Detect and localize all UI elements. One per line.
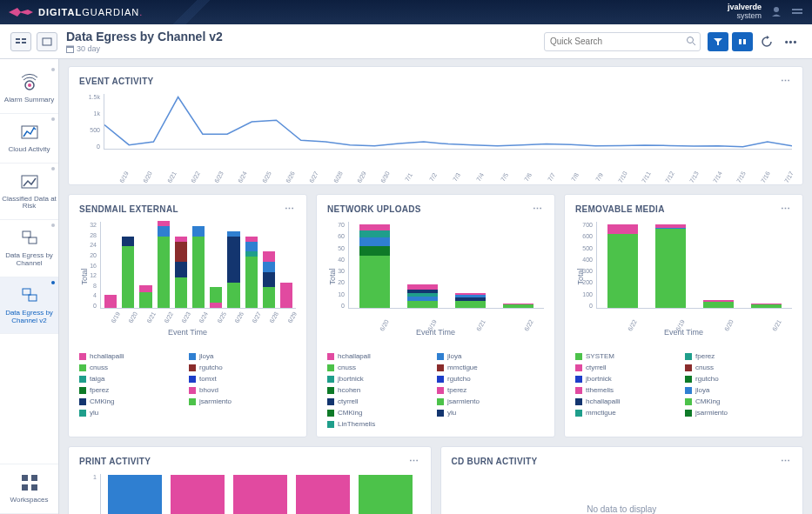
view-toggle-2[interactable]: [37, 32, 57, 51]
sidebar-item-classified-data[interactable]: Classified Data at Risk: [0, 164, 58, 221]
bar[interactable]: [296, 475, 350, 514]
search-input[interactable]: [544, 32, 701, 51]
legend-item[interactable]: tperez: [437, 386, 534, 394]
bar-column[interactable]: [122, 237, 134, 308]
bar-column[interactable]: [455, 293, 486, 308]
svg-line-11: [693, 43, 695, 45]
legend-item[interactable]: hchallapalli: [575, 397, 673, 405]
bar[interactable]: [359, 475, 413, 514]
sidebar-item-cloud-activity[interactable]: Cloud Activity: [0, 114, 58, 164]
legend-item[interactable]: SYSTEM: [575, 352, 673, 360]
card-more-menu[interactable]: ⋯: [285, 204, 296, 215]
bar-column[interactable]: [192, 226, 205, 308]
legend-item[interactable]: CMKing: [685, 397, 782, 405]
legend-item[interactable]: rgutcho: [437, 375, 534, 383]
legend-item[interactable]: ctyrrell: [575, 364, 673, 371]
brand-wing-icon: [9, 8, 33, 17]
brand-logo: DIGITALGUARDIAN.: [38, 7, 143, 17]
legend-item[interactable]: fperez: [685, 352, 782, 360]
legend-item[interactable]: mmctigue: [437, 364, 534, 371]
sidebar-item-alarm-summary[interactable]: Alarm Summary: [0, 64, 58, 114]
legend-item[interactable]: jbortnick: [327, 375, 425, 383]
bar-column[interactable]: [280, 283, 292, 308]
legend-item[interactable]: jsarmiento: [685, 409, 782, 417]
card-network-uploads: NETWORK UPLOADS ⋯ Total 706050403020100 …: [316, 194, 555, 437]
legend-item[interactable]: ylu: [79, 409, 177, 417]
bar-column[interactable]: [158, 221, 170, 308]
legend-item[interactable]: jloya: [437, 352, 534, 360]
legend-item[interactable]: jloya: [189, 352, 286, 360]
risk-chart-icon: [18, 170, 41, 193]
bar-column[interactable]: [655, 224, 686, 308]
view-toggle-1[interactable]: [10, 32, 31, 51]
bar-column[interactable]: [175, 237, 187, 308]
card-more-menu[interactable]: ⋯: [409, 456, 420, 467]
svg-rect-6: [22, 42, 26, 43]
apps-menu-icon[interactable]: [791, 5, 803, 19]
legend-item[interactable]: rgutcho: [189, 364, 286, 371]
bar-column[interactable]: [607, 224, 638, 308]
legend-item[interactable]: ylu: [437, 409, 534, 417]
legend-item[interactable]: CMKing: [79, 397, 177, 405]
legend-item[interactable]: LinThemelis: [327, 420, 425, 428]
search-icon: [686, 36, 696, 46]
svg-rect-5: [16, 42, 20, 43]
svg-rect-19: [29, 237, 37, 244]
bar-column[interactable]: [751, 304, 782, 308]
svg-rect-25: [31, 484, 37, 491]
legend-item[interactable]: ctyrrell: [327, 397, 425, 405]
card-title: EVENT ACTIVITY: [79, 77, 154, 86]
user-menu[interactable]: jvalverde system: [728, 3, 762, 21]
card-sendmail-external: SENDMAIL EXTERNAL ⋯ Total 32282420161284…: [68, 194, 307, 437]
legend-item[interactable]: cnuss: [327, 364, 425, 371]
egress-icon: [18, 227, 41, 250]
sidebar-workspaces[interactable]: Workspaces: [0, 464, 58, 514]
bar-column[interactable]: [227, 231, 239, 308]
more-menu[interactable]: •••: [781, 32, 802, 51]
legend-item[interactable]: mmctigue: [575, 409, 673, 417]
card-more-menu[interactable]: ⋯: [533, 204, 544, 215]
bar[interactable]: [233, 475, 287, 514]
filter-button[interactable]: [708, 32, 728, 51]
bar-column[interactable]: [703, 300, 734, 308]
legend-item[interactable]: fperez: [79, 386, 177, 394]
bar-column[interactable]: [245, 237, 258, 308]
bar-column[interactable]: [139, 285, 151, 308]
legend-item[interactable]: tthemelis: [575, 386, 673, 394]
bar-column[interactable]: [104, 295, 117, 308]
legend-item[interactable]: jsarmiento: [189, 397, 286, 405]
user-avatar-icon[interactable]: [770, 5, 782, 19]
legend-item[interactable]: tomxt: [189, 375, 286, 383]
card-removable-media: REMOVABLE MEDIA ⋯ Total 7006005004003002…: [564, 194, 803, 437]
empty-state: No data to display: [452, 474, 793, 514]
bar-column[interactable]: [503, 304, 534, 308]
card-more-menu[interactable]: ⋯: [781, 456, 792, 467]
bar-column[interactable]: [407, 284, 438, 308]
workspaces-icon: [20, 471, 39, 494]
legend-item[interactable]: jbortnick: [575, 375, 673, 383]
bar[interactable]: [108, 475, 162, 514]
legend-item[interactable]: jloya: [685, 386, 782, 394]
legend-item[interactable]: bhovd: [189, 386, 286, 394]
card-more-menu[interactable]: ⋯: [781, 204, 792, 215]
legend-item[interactable]: hchallapalli: [79, 352, 177, 360]
legend-item[interactable]: jsarmiento: [437, 397, 534, 405]
legend-item[interactable]: hchallapall: [327, 352, 425, 360]
bar-column[interactable]: [210, 287, 222, 308]
legend-item[interactable]: taiga: [79, 375, 177, 383]
legend-item[interactable]: cnuss: [79, 364, 177, 371]
legend-item[interactable]: cnuss: [685, 364, 782, 371]
refresh-button[interactable]: [756, 32, 777, 51]
card-more-menu[interactable]: ⋯: [781, 76, 792, 87]
legend-item[interactable]: hcohen: [327, 386, 425, 394]
sidebar-item-egress-channel-v2[interactable]: Data Egress by Channel v2: [0, 277, 58, 335]
bar-column[interactable]: [263, 251, 275, 308]
export-button[interactable]: [732, 32, 753, 51]
bar[interactable]: [171, 475, 225, 514]
legend-item[interactable]: CMKing: [327, 409, 425, 417]
bar-column[interactable]: [359, 224, 390, 308]
quick-search[interactable]: [544, 32, 701, 51]
date-range[interactable]: 30 day: [66, 44, 223, 53]
legend-item[interactable]: rgutcho: [685, 375, 782, 383]
sidebar-item-egress-channel[interactable]: Data Egress by Channel: [0, 220, 58, 277]
